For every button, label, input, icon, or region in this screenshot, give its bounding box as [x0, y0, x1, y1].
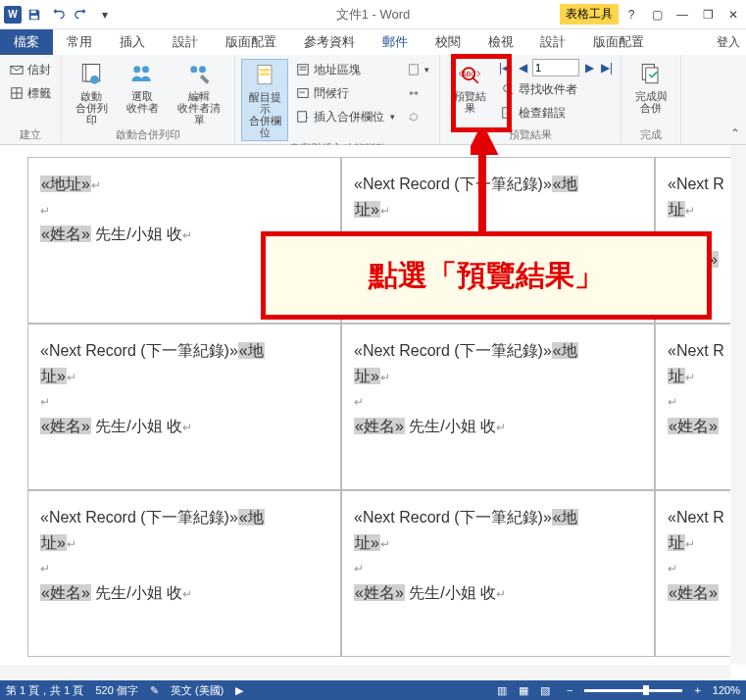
merge-field-address-p1: «地 — [238, 509, 265, 525]
prev-record-icon[interactable]: ◀ — [515, 59, 530, 76]
paragraph-mark-icon: ↵ — [668, 395, 677, 409]
tab-review[interactable]: 校閱 — [422, 29, 474, 55]
status-page[interactable]: 第 1 頁，共 1 頁 — [6, 683, 83, 698]
tab-insert[interactable]: 插入 — [106, 29, 159, 55]
merge-field-name-cut: «姓名» — [668, 584, 719, 601]
tab-ctx-layout[interactable]: 版面配置 — [579, 29, 658, 55]
envelopes-label: 信封 — [27, 62, 51, 78]
rules-button[interactable]: ▾ — [403, 59, 433, 80]
update-labels-button[interactable] — [403, 106, 433, 127]
vertical-scrollbar[interactable] — [730, 145, 746, 665]
tab-design[interactable]: 設計 — [159, 29, 212, 55]
restore-icon[interactable]: ❐ — [695, 3, 721, 26]
svg-point-11 — [190, 66, 197, 73]
tab-ctx-design[interactable]: 設計 — [526, 29, 579, 55]
group-write-insert: 醒目提示 合併欄位 地址區塊 問候行 插入合併欄位▾ ▾ 書寫與插入功能變數 — [235, 55, 440, 144]
close-icon[interactable]: ✕ — [721, 3, 746, 26]
collapse-ribbon-icon[interactable]: ⌃ — [730, 126, 740, 140]
greeting-line-button[interactable]: 問候行 — [292, 82, 399, 104]
paragraph-mark-icon: ↵ — [67, 537, 76, 551]
find-recipient-label: 尋找收件者 — [519, 81, 577, 98]
edit-recipients-button[interactable]: 編輯 收件者清單 — [170, 59, 228, 127]
zoom-in-icon[interactable]: + — [694, 684, 700, 696]
next-record-text: «Next Record (下一筆紀錄)» — [354, 509, 552, 525]
minimize-icon[interactable]: — — [670, 3, 695, 26]
paragraph-mark-icon: ↵ — [182, 587, 192, 601]
sign-in-link[interactable]: 登入 — [717, 34, 740, 51]
tab-view[interactable]: 檢視 — [474, 29, 527, 55]
undo-icon[interactable] — [47, 4, 69, 25]
paragraph-mark-icon: ↵ — [91, 178, 101, 192]
callout-arrow-icon — [471, 127, 500, 235]
redo-icon[interactable] — [71, 4, 92, 25]
envelopes-button[interactable]: 信封 — [6, 59, 55, 80]
select-recipients-label: 選取 收件者 — [126, 90, 159, 114]
next-record-icon[interactable]: ▶ — [581, 59, 597, 76]
svg-rect-19 — [298, 89, 309, 98]
paragraph-mark-icon: ↵ — [182, 228, 192, 242]
qat-dropdown-icon[interactable]: ▾ — [94, 4, 116, 25]
paragraph-mark-icon: ↵ — [496, 421, 506, 434]
callout-text-box: 點選「預覽結果」 — [261, 231, 712, 320]
macro-icon[interactable]: ▶ — [235, 684, 243, 697]
group-start-merge: 啟動 合併列印 選取 收件者 編輯 收件者清單 啟動合併列印 — [62, 55, 235, 144]
last-record-icon[interactable]: ▶| — [599, 59, 615, 76]
document-title: 文件1 - Word — [336, 6, 411, 24]
zoom-slider[interactable] — [584, 689, 682, 692]
select-recipients-button[interactable]: 選取 收件者 — [119, 59, 166, 127]
status-language[interactable]: 英文 (美國) — [171, 683, 224, 698]
save-icon[interactable] — [24, 4, 45, 25]
next-record-text-cut: «Next R — [668, 175, 724, 192]
insert-merge-field-label: 插入合併欄位 — [314, 109, 384, 125]
paragraph-mark-icon: ↵ — [354, 395, 364, 409]
paragraph-mark-icon: ↵ — [380, 371, 390, 384]
tab-home[interactable]: 常用 — [53, 29, 106, 55]
start-mail-merge-button[interactable]: 啟動 合併列印 — [68, 59, 115, 127]
label-cell[interactable]: «Next Record (下一筆紀錄)»«地 址»↵ ↵ «姓名» 先生/小姐… — [27, 490, 341, 657]
tab-mailings[interactable]: 郵件 — [369, 29, 422, 55]
insert-merge-field-button[interactable]: 插入合併欄位▾ — [292, 106, 399, 127]
status-words[interactable]: 520 個字 — [95, 683, 137, 698]
horizontal-scrollbar[interactable] — [0, 665, 730, 680]
read-mode-icon[interactable]: ▥ — [492, 682, 512, 698]
suffix-text: 先生/小姐 收 — [405, 418, 496, 434]
web-layout-icon[interactable]: ▧ — [535, 682, 555, 698]
paragraph-mark-icon: ↵ — [380, 537, 390, 551]
label-cell[interactable]: «Next Record (下一筆紀錄)»«地 址»↵ ↵ «姓名» 先生/小姐… — [341, 324, 655, 490]
find-recipient-button[interactable]: 尋找收件者 — [497, 78, 615, 100]
ribbon-tabs: 檔案 常用 插入 設計 版面配置 參考資料 郵件 校閱 檢視 設計 版面配置 登… — [0, 29, 746, 55]
check-errors-button[interactable]: 檢查錯誤 — [497, 102, 615, 124]
labels-button[interactable]: 標籤 — [6, 82, 55, 104]
suffix-text: 先生/小姐 收 — [91, 225, 182, 242]
callout-text: 點選「預覽結果」 — [369, 256, 604, 296]
address-block-button[interactable]: 地址區塊 — [292, 59, 399, 80]
ribbon-display-icon[interactable]: ▢ — [644, 3, 670, 26]
record-number-input[interactable] — [532, 59, 579, 76]
next-record-text: «Next Record (下一筆紀錄)» — [40, 342, 238, 359]
label-cell[interactable]: «Next Record (下一筆紀錄)»«地 址»↵ ↵ «姓名» 先生/小姐… — [27, 324, 341, 490]
merge-field-address-cut: 址 — [668, 201, 685, 218]
paragraph-mark-icon: ↵ — [380, 204, 390, 218]
help-icon[interactable]: ? — [619, 3, 644, 26]
tab-file[interactable]: 檔案 — [0, 29, 53, 55]
greeting-line-label: 問候行 — [314, 85, 349, 102]
merge-field-address-p1: «地 — [238, 342, 265, 359]
label-cell[interactable]: «Next Record (下一筆紀錄)»«地 址»↵ ↵ «姓名» 先生/小姐… — [341, 490, 655, 657]
tab-layout[interactable]: 版面配置 — [212, 29, 290, 55]
ribbon: 信封 標籤 建立 啟動 合併列印 選取 收件者 編輯 收件者清單 啟動合併列印 … — [0, 55, 746, 145]
zoom-thumb[interactable] — [643, 685, 649, 695]
document-area[interactable]: «地址»↵ ↵ «姓名» 先生/小姐 收↵ «Next Record (下一筆紀… — [0, 145, 746, 680]
status-bar: 第 1 頁，共 1 頁 520 個字 ✎ 英文 (美國) ▶ ▥ ▦ ▧ − +… — [0, 680, 746, 700]
group-start-merge-label: 啟動合併列印 — [68, 127, 228, 142]
group-finish-label: 完成 — [627, 127, 674, 142]
finish-merge-button[interactable]: 完成與 合併 — [627, 59, 674, 127]
print-layout-icon[interactable]: ▦ — [514, 682, 533, 698]
match-fields-button[interactable] — [403, 82, 433, 104]
zoom-out-icon[interactable]: − — [567, 684, 572, 696]
zoom-level[interactable]: 120% — [713, 684, 740, 696]
next-record-text-cut: «Next R — [668, 342, 724, 359]
svg-rect-0 — [31, 10, 36, 13]
proofing-icon[interactable]: ✎ — [150, 684, 159, 697]
highlight-merge-fields-button[interactable]: 醒目提示 合併欄位 — [241, 59, 288, 141]
tab-references[interactable]: 參考資料 — [290, 29, 369, 55]
